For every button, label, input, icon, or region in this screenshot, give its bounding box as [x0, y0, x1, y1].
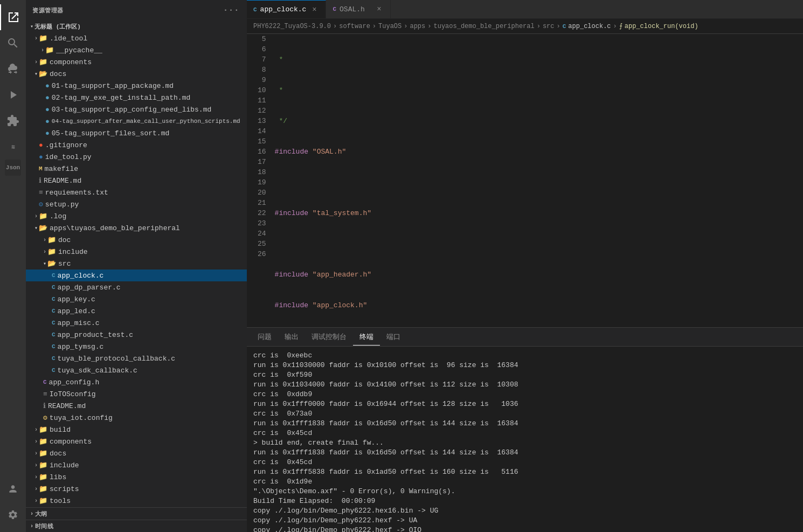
run-activity-item[interactable] [0, 82, 26, 108]
sidebar-tree: ▾ 无标题 (工作区) › 📁 .ide_tool › 📁 __pycache_… [26, 20, 247, 507]
tree-item-tuya-sdk-callback[interactable]: C tuya_sdk_callback.c [26, 364, 247, 376]
terminal-line: crc is 0xf590 [253, 370, 797, 380]
wind-activity-item[interactable]: ≋ [0, 134, 26, 160]
tree-item-doc5[interactable]: ● 05-tag_support_files_sort.md [26, 127, 247, 139]
tree-item-src-folder[interactable]: ▾ 📂 src [26, 258, 247, 270]
timeline-section: › 时间线 [26, 520, 247, 532]
tree-item-readme2[interactable]: ℹ README.md [26, 400, 247, 412]
tree-item-apps-tuyaos[interactable]: ▾ 📂 apps\tuyaos_demo_ble_peripheral [26, 222, 247, 234]
tree-item-ide-tool-py[interactable]: ● ide_tool.py [26, 151, 247, 163]
code-area[interactable]: 5 6 7 8 9 10 11 12 13 14 15 16 17 18 19 … [247, 34, 803, 327]
c-file-icon: C [52, 308, 56, 314]
tree-item-iotos-config[interactable]: ≡ IoTOSconfig [26, 388, 247, 400]
file-icon: ℹ [43, 402, 46, 410]
tree-item-doc3[interactable]: ● 03-tag_support_app_config_need_libs.md [26, 103, 247, 115]
folder-icon: 📁 [39, 437, 47, 446]
c-tab-icon: C [253, 6, 257, 13]
tree-item-include-folder[interactable]: › 📁 include [26, 246, 247, 258]
source-control-activity-item[interactable] [0, 56, 26, 82]
json-activity-item[interactable]: Json [5, 160, 21, 176]
extensions-activity-item[interactable] [0, 108, 26, 134]
tree-item-app-key[interactable]: C app_key.c [26, 293, 247, 305]
sidebar-header: 资源管理器 ··· [26, 0, 247, 20]
file-icon: M [39, 165, 43, 172]
tree-item-app-config-h[interactable]: C app_config.h [26, 376, 247, 388]
tree-item-build[interactable]: › 📁 build [26, 424, 247, 436]
tree-item-requirements[interactable]: ≡ requiements.txt [26, 186, 247, 198]
sidebar: 资源管理器 ··· ▾ 无标题 (工作区) › 📁 .ide_tool › 📁 … [26, 0, 247, 532]
tab-close-button[interactable]: × [374, 4, 384, 14]
h-file-icon: C [43, 379, 47, 385]
tree-item-tuya-ble-protocol[interactable]: C tuya_ble_protocol_callback.c [26, 353, 247, 364]
settings-activity-item[interactable] [0, 502, 26, 528]
c-file-icon: C [52, 320, 56, 326]
tree-item-readme[interactable]: ℹ README.md [26, 175, 247, 186]
folder-icon: 📁 [39, 485, 47, 493]
outline-header[interactable]: › 大纲 [26, 508, 247, 520]
tree-item-app-misc[interactable]: C app_misc.c [26, 317, 247, 329]
terminal-line: run is 0x1fff1838 faddr is 0x16d50 offse… [253, 448, 797, 458]
tree-item-include2[interactable]: › 📁 include [26, 459, 247, 471]
terminal-tab-terminal[interactable]: 终端 [353, 329, 380, 346]
file-icon: ● [45, 82, 50, 90]
file-icon: ● [45, 94, 50, 102]
tree-item-doc-inner[interactable]: › 📁 doc [26, 234, 247, 246]
search-activity-item[interactable] [0, 30, 26, 56]
workspace-label[interactable]: ▾ 无标题 (工作区) [26, 20, 247, 32]
config-file-icon: ≡ [43, 390, 47, 398]
terminal-tab-ports[interactable]: 端口 [380, 329, 407, 346]
terminal-line: copy ./.log/bin/Demo_phy6222.hexf -> QIO [253, 526, 797, 532]
terminal-line: crc is 0x73a0 [253, 409, 797, 419]
explorer-activity-item[interactable] [0, 4, 26, 30]
breadcrumb: PHY6222_TuyaOS-3.9.0 › software › TuyaOS… [247, 19, 803, 34]
terminal-line: crc is 0x45cd [253, 429, 797, 438]
folder-open-icon: 📂 [39, 224, 47, 232]
tree-item-app-dp-parser[interactable]: C app_dp_parser.c [26, 281, 247, 293]
tree-item-gitignore[interactable]: ● .gitignore [26, 139, 247, 151]
c-breadcrumb-icon: C [563, 23, 566, 30]
tree-item-doc1[interactable]: ● 01-tag_support_app_package.md [26, 80, 247, 92]
folder-icon: 📁 [39, 473, 47, 481]
tree-item-doc4[interactable]: ● 04-tag_support_after_make_call_user_py… [26, 115, 247, 127]
tree-item-app-product-test[interactable]: C app_product_test.c [26, 329, 247, 341]
tree-item-components[interactable]: › 📁 components [26, 56, 247, 68]
tab-close-button[interactable]: × [309, 5, 319, 15]
terminal-tab-debug[interactable]: 调试控制台 [305, 329, 353, 346]
tab-bar: C app_clock.c × C OSAL.h × [247, 0, 803, 19]
folder-icon: 📁 [39, 449, 47, 458]
tree-item-app-clock-c[interactable]: C app_clock.c [26, 270, 247, 281]
tree-item-app-led[interactable]: C app_led.c [26, 305, 247, 317]
tab-osal-h[interactable]: C OSAL.h × [326, 0, 391, 18]
tree-item-tuya-iot-config[interactable]: ⚙ tuya_iot.config [26, 412, 247, 424]
terminal-line: > build end, create final fw... [253, 438, 797, 448]
tree-item-scripts[interactable]: › 📁 scripts [26, 483, 247, 495]
tree-item-pycache[interactable]: › 📁 __pycache__ [26, 44, 247, 56]
terminal-content[interactable]: crc is 0xeebc run is 0x11030000 faddr is… [247, 347, 803, 532]
tree-item-app-tymsg[interactable]: C app_tymsg.c [26, 341, 247, 353]
terminal-tab-problems[interactable]: 问题 [251, 329, 278, 346]
file-icon: ● [39, 141, 43, 149]
timeline-header[interactable]: › 时间线 [26, 520, 247, 532]
tree-item-doc2[interactable]: ● 02-tag_my_exe_get_install_path.md [26, 92, 247, 103]
terminal-tab-output[interactable]: 输出 [278, 329, 305, 346]
c-file-icon: C [52, 272, 56, 279]
tree-item-makefile[interactable]: M makefile [26, 163, 247, 175]
account-activity-item[interactable] [0, 476, 26, 502]
tree-item-setup-py[interactable]: ⚙ setup.py [26, 198, 247, 210]
folder-open-icon: 📂 [39, 70, 47, 78]
line-numbers: 5 6 7 8 9 10 11 12 13 14 15 16 17 18 19 … [247, 34, 275, 327]
tree-item-log[interactable]: › 📁 .log [26, 210, 247, 222]
config-file-icon: ⚙ [43, 413, 47, 422]
tab-app-clock-c[interactable]: C app_clock.c × [247, 0, 326, 18]
c-file-icon: C [52, 331, 56, 338]
tree-item-components2[interactable]: › 📁 components [26, 436, 247, 447]
sidebar-menu-icon[interactable]: ··· [222, 4, 240, 16]
tree-item-libs[interactable]: › 📁 libs [26, 471, 247, 483]
terminal-tab-bar: 问题 输出 调试控制台 终端 端口 [247, 328, 803, 347]
tab-label: app_clock.c [260, 5, 307, 13]
terminal-line: crc is 0x45cd [253, 458, 797, 467]
tree-item-ide-tool[interactable]: › 📁 .ide_tool [26, 32, 247, 44]
tree-item-tools[interactable]: › 📁 tools [26, 495, 247, 507]
tree-item-docs2[interactable]: › 📁 docs [26, 447, 247, 459]
tree-item-docs[interactable]: ▾ 📂 docs [26, 68, 247, 80]
